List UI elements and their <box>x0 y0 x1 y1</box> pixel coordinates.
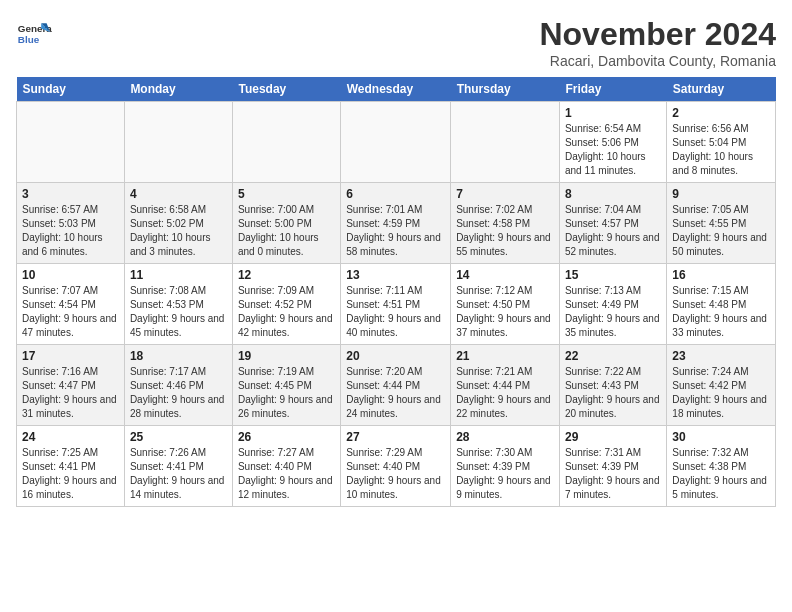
day-number: 30 <box>672 430 770 444</box>
svg-text:Blue: Blue <box>18 34 40 45</box>
day-info: Sunrise: 7:24 AM Sunset: 4:42 PM Dayligh… <box>672 365 770 421</box>
calendar-week-row: 24Sunrise: 7:25 AM Sunset: 4:41 PM Dayli… <box>17 426 776 507</box>
day-number: 20 <box>346 349 445 363</box>
day-number: 28 <box>456 430 554 444</box>
calendar-cell <box>124 102 232 183</box>
calendar-cell: 18Sunrise: 7:17 AM Sunset: 4:46 PM Dayli… <box>124 345 232 426</box>
day-info: Sunrise: 7:12 AM Sunset: 4:50 PM Dayligh… <box>456 284 554 340</box>
day-number: 9 <box>672 187 770 201</box>
day-info: Sunrise: 7:25 AM Sunset: 4:41 PM Dayligh… <box>22 446 119 502</box>
day-number: 12 <box>238 268 335 282</box>
weekday-header: Friday <box>559 77 666 102</box>
calendar-cell: 27Sunrise: 7:29 AM Sunset: 4:40 PM Dayli… <box>341 426 451 507</box>
calendar-cell: 9Sunrise: 7:05 AM Sunset: 4:55 PM Daylig… <box>667 183 776 264</box>
day-info: Sunrise: 7:26 AM Sunset: 4:41 PM Dayligh… <box>130 446 227 502</box>
calendar-cell <box>451 102 560 183</box>
calendar-cell: 14Sunrise: 7:12 AM Sunset: 4:50 PM Dayli… <box>451 264 560 345</box>
day-info: Sunrise: 6:54 AM Sunset: 5:06 PM Dayligh… <box>565 122 661 178</box>
calendar-cell: 16Sunrise: 7:15 AM Sunset: 4:48 PM Dayli… <box>667 264 776 345</box>
month-title: November 2024 <box>539 16 776 53</box>
day-info: Sunrise: 7:32 AM Sunset: 4:38 PM Dayligh… <box>672 446 770 502</box>
day-info: Sunrise: 7:02 AM Sunset: 4:58 PM Dayligh… <box>456 203 554 259</box>
day-info: Sunrise: 7:13 AM Sunset: 4:49 PM Dayligh… <box>565 284 661 340</box>
day-info: Sunrise: 7:31 AM Sunset: 4:39 PM Dayligh… <box>565 446 661 502</box>
day-info: Sunrise: 6:57 AM Sunset: 5:03 PM Dayligh… <box>22 203 119 259</box>
logo-icon: General Blue <box>16 16 52 52</box>
day-number: 29 <box>565 430 661 444</box>
day-number: 22 <box>565 349 661 363</box>
calendar-cell: 11Sunrise: 7:08 AM Sunset: 4:53 PM Dayli… <box>124 264 232 345</box>
calendar-cell: 17Sunrise: 7:16 AM Sunset: 4:47 PM Dayli… <box>17 345 125 426</box>
calendar-cell: 3Sunrise: 6:57 AM Sunset: 5:03 PM Daylig… <box>17 183 125 264</box>
calendar-cell: 7Sunrise: 7:02 AM Sunset: 4:58 PM Daylig… <box>451 183 560 264</box>
day-number: 27 <box>346 430 445 444</box>
day-number: 26 <box>238 430 335 444</box>
calendar-cell: 24Sunrise: 7:25 AM Sunset: 4:41 PM Dayli… <box>17 426 125 507</box>
calendar-cell: 20Sunrise: 7:20 AM Sunset: 4:44 PM Dayli… <box>341 345 451 426</box>
day-number: 7 <box>456 187 554 201</box>
calendar-cell: 29Sunrise: 7:31 AM Sunset: 4:39 PM Dayli… <box>559 426 666 507</box>
day-number: 8 <box>565 187 661 201</box>
day-number: 17 <box>22 349 119 363</box>
calendar-week-row: 3Sunrise: 6:57 AM Sunset: 5:03 PM Daylig… <box>17 183 776 264</box>
day-info: Sunrise: 7:29 AM Sunset: 4:40 PM Dayligh… <box>346 446 445 502</box>
day-info: Sunrise: 7:01 AM Sunset: 4:59 PM Dayligh… <box>346 203 445 259</box>
calendar-cell: 2Sunrise: 6:56 AM Sunset: 5:04 PM Daylig… <box>667 102 776 183</box>
calendar-cell: 6Sunrise: 7:01 AM Sunset: 4:59 PM Daylig… <box>341 183 451 264</box>
day-number: 13 <box>346 268 445 282</box>
day-info: Sunrise: 7:21 AM Sunset: 4:44 PM Dayligh… <box>456 365 554 421</box>
day-info: Sunrise: 7:11 AM Sunset: 4:51 PM Dayligh… <box>346 284 445 340</box>
calendar-cell: 5Sunrise: 7:00 AM Sunset: 5:00 PM Daylig… <box>232 183 340 264</box>
day-info: Sunrise: 7:17 AM Sunset: 4:46 PM Dayligh… <box>130 365 227 421</box>
calendar-cell: 13Sunrise: 7:11 AM Sunset: 4:51 PM Dayli… <box>341 264 451 345</box>
day-info: Sunrise: 7:20 AM Sunset: 4:44 PM Dayligh… <box>346 365 445 421</box>
calendar-cell: 19Sunrise: 7:19 AM Sunset: 4:45 PM Dayli… <box>232 345 340 426</box>
day-number: 24 <box>22 430 119 444</box>
day-number: 5 <box>238 187 335 201</box>
weekday-header: Monday <box>124 77 232 102</box>
day-info: Sunrise: 7:00 AM Sunset: 5:00 PM Dayligh… <box>238 203 335 259</box>
calendar-table: SundayMondayTuesdayWednesdayThursdayFrid… <box>16 77 776 507</box>
calendar-cell <box>232 102 340 183</box>
day-number: 11 <box>130 268 227 282</box>
calendar-cell: 8Sunrise: 7:04 AM Sunset: 4:57 PM Daylig… <box>559 183 666 264</box>
day-info: Sunrise: 7:09 AM Sunset: 4:52 PM Dayligh… <box>238 284 335 340</box>
calendar-week-row: 17Sunrise: 7:16 AM Sunset: 4:47 PM Dayli… <box>17 345 776 426</box>
day-number: 15 <box>565 268 661 282</box>
day-number: 16 <box>672 268 770 282</box>
day-info: Sunrise: 7:19 AM Sunset: 4:45 PM Dayligh… <box>238 365 335 421</box>
calendar-cell: 23Sunrise: 7:24 AM Sunset: 4:42 PM Dayli… <box>667 345 776 426</box>
weekday-header-row: SundayMondayTuesdayWednesdayThursdayFrid… <box>17 77 776 102</box>
title-block: November 2024 Racari, Dambovita County, … <box>539 16 776 69</box>
day-number: 18 <box>130 349 227 363</box>
day-info: Sunrise: 7:15 AM Sunset: 4:48 PM Dayligh… <box>672 284 770 340</box>
weekday-header: Saturday <box>667 77 776 102</box>
weekday-header: Tuesday <box>232 77 340 102</box>
day-info: Sunrise: 7:30 AM Sunset: 4:39 PM Dayligh… <box>456 446 554 502</box>
calendar-cell: 28Sunrise: 7:30 AM Sunset: 4:39 PM Dayli… <box>451 426 560 507</box>
day-number: 23 <box>672 349 770 363</box>
calendar-cell: 21Sunrise: 7:21 AM Sunset: 4:44 PM Dayli… <box>451 345 560 426</box>
day-number: 19 <box>238 349 335 363</box>
day-info: Sunrise: 7:08 AM Sunset: 4:53 PM Dayligh… <box>130 284 227 340</box>
calendar-week-row: 1Sunrise: 6:54 AM Sunset: 5:06 PM Daylig… <box>17 102 776 183</box>
day-number: 14 <box>456 268 554 282</box>
weekday-header: Thursday <box>451 77 560 102</box>
calendar-cell: 1Sunrise: 6:54 AM Sunset: 5:06 PM Daylig… <box>559 102 666 183</box>
calendar-cell <box>17 102 125 183</box>
calendar-cell: 26Sunrise: 7:27 AM Sunset: 4:40 PM Dayli… <box>232 426 340 507</box>
day-number: 4 <box>130 187 227 201</box>
day-number: 3 <box>22 187 119 201</box>
weekday-header: Sunday <box>17 77 125 102</box>
calendar-cell: 15Sunrise: 7:13 AM Sunset: 4:49 PM Dayli… <box>559 264 666 345</box>
day-number: 6 <box>346 187 445 201</box>
weekday-header: Wednesday <box>341 77 451 102</box>
logo: General Blue <box>16 16 52 52</box>
day-number: 10 <box>22 268 119 282</box>
calendar-cell: 25Sunrise: 7:26 AM Sunset: 4:41 PM Dayli… <box>124 426 232 507</box>
calendar-cell <box>341 102 451 183</box>
page-header: General Blue November 2024 Racari, Dambo… <box>16 16 776 69</box>
calendar-cell: 10Sunrise: 7:07 AM Sunset: 4:54 PM Dayli… <box>17 264 125 345</box>
day-info: Sunrise: 7:27 AM Sunset: 4:40 PM Dayligh… <box>238 446 335 502</box>
day-info: Sunrise: 6:56 AM Sunset: 5:04 PM Dayligh… <box>672 122 770 178</box>
